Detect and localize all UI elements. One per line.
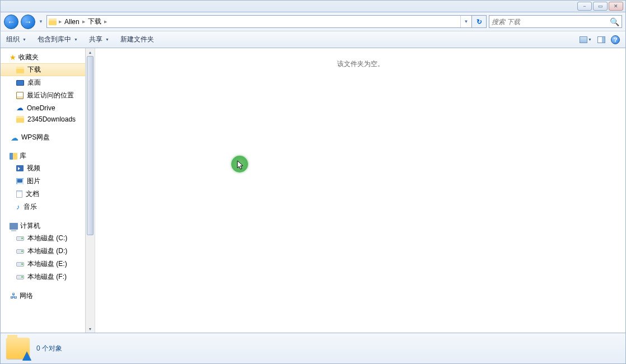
desktop-icon [16,80,24,86]
sidebar-item-recent[interactable]: 最近访问的位置 [1,89,85,102]
library-title: 库 [20,151,26,161]
tree-computer: 计算机 本地磁盘 (C:) 本地磁盘 (D:) 本地磁盘 (E:) 本地磁盘 (… [1,220,85,283]
search-box[interactable]: 🔍 [489,15,622,28]
sidebar-scrollbar[interactable]: ▲ ▼ [85,48,95,333]
chevron-down-icon: ▼ [105,38,109,41]
maximize-icon: ▭ [598,3,603,9]
breadcrumb-seg-2[interactable]: 下载 [86,16,104,27]
sidebar-item-drive-f[interactable]: 本地磁盘 (F:) [1,270,85,283]
toolbar-share-label: 共享 [89,35,102,44]
sidebar-item-pictures[interactable]: 图片 [1,175,85,188]
toolbar-organize[interactable]: 组织▼ [6,35,26,44]
favorites-title: 收藏夹 [18,53,39,62]
picture-icon [16,178,24,184]
forward-button[interactable]: → [21,15,35,29]
sidebar-item-music[interactable]: ♪音乐 [1,200,85,213]
sidebar-item-label: 桌面 [27,78,41,87]
preview-pane-button[interactable] [597,36,605,43]
star-icon: ★ [10,53,16,62]
sidebar-item-label: 本地磁盘 (D:) [27,246,67,256]
drive-icon [16,236,24,241]
sidebar-item-drive-d[interactable]: 本地磁盘 (D:) [1,245,85,258]
minimize-icon: − [583,3,586,9]
network-header[interactable]: 🖧网络 [1,290,85,302]
minimize-button[interactable]: − [577,2,592,11]
sidebar-item-documents[interactable]: 文档 [1,188,85,200]
tree-network: 🖧网络 [1,290,85,302]
scroll-down-icon[interactable]: ▼ [86,325,95,333]
breadcrumb-sep-2: ▶ [104,20,108,24]
status-text: 0 个对象 [36,344,62,353]
help-button[interactable]: ? [611,35,620,44]
toolbar-newfolder-label: 新建文件夹 [120,35,154,44]
sidebar-item-desktop[interactable]: 桌面 [1,76,85,89]
sidebar-item-video[interactable]: 视频 [1,162,85,175]
preview-icon [597,36,605,43]
sidebar-item-label: 下载 [27,65,41,74]
library-icon [10,153,17,160]
sidebar-item-label: 音乐 [24,202,37,212]
navigation-pane: ★收藏夹 下载 桌面 最近访问的位置 ☁OneDrive 2345Downloa… [1,48,85,333]
close-icon: ✕ [614,3,618,9]
folder-icon [16,67,24,73]
sidebar-item-label: 本地磁盘 (C:) [27,234,67,243]
maximize-button[interactable]: ▭ [593,2,608,11]
breadcrumb-seg-1[interactable]: Allen [62,16,82,27]
title-bar: − ▭ ✕ [0,0,626,12]
folder-icon [16,116,24,123]
content-pane[interactable]: 该文件夹为空。 [95,48,625,333]
tree-wps: ☁WPS网盘 [1,132,85,143]
document-icon [16,190,22,198]
tree-favorites: ★收藏夹 下载 桌面 最近访问的位置 ☁OneDrive 2345Downloa… [1,52,85,125]
library-header[interactable]: 库 [1,150,85,162]
sidebar-item-label: 2345Downloads [27,115,76,123]
sidebar-item-label: 本地磁盘 (F:) [27,272,67,282]
chevron-down-icon: ▼ [22,38,26,41]
close-button[interactable]: ✕ [609,2,623,11]
command-toolbar: 组织▼ 包含到库中▼ 共享▼ 新建文件夹 ▼ ? [0,31,626,48]
empty-folder-message: 该文件夹为空。 [95,59,625,69]
view-icon [580,36,587,43]
search-icon[interactable]: 🔍 [610,17,619,26]
refresh-button[interactable]: ↻ [471,16,486,27]
computer-header[interactable]: 计算机 [1,220,85,232]
status-bar: 0 个对象 [0,333,626,364]
address-dropdown[interactable]: ▼ [460,16,471,27]
drive-icon [16,262,24,267]
sidebar-item-onedrive[interactable]: ☁OneDrive [1,102,85,114]
music-icon: ♪ [16,203,20,211]
cloud-icon: ☁ [10,134,19,141]
favorites-header[interactable]: ★收藏夹 [1,52,85,63]
nav-bar: ← → ▼ ▶ Allen ▶ 下载 ▶ ▼ ↻ 🔍 [0,12,626,31]
scroll-thumb[interactable] [87,56,94,235]
sidebar-item-label: OneDrive [27,104,55,112]
history-dropdown[interactable]: ▼ [38,17,44,27]
sidebar-item-drive-e[interactable]: 本地磁盘 (E:) [1,258,85,270]
sidebar-item-drive-c[interactable]: 本地磁盘 (C:) [1,232,85,245]
chevron-down-icon: ▼ [74,38,78,41]
toolbar-newfolder[interactable]: 新建文件夹 [120,35,154,44]
scroll-up-icon[interactable]: ▲ [86,48,95,56]
computer-title: 计算机 [20,221,40,231]
breadcrumb-sep-root: ▶ [58,20,62,24]
view-button[interactable]: ▼ [580,36,592,43]
network-title: 网络 [20,291,33,301]
toolbar-share[interactable]: 共享▼ [89,35,109,44]
wps-header[interactable]: ☁WPS网盘 [1,132,85,143]
onedrive-icon: ☁ [16,104,24,112]
sidebar-item-label: 视频 [27,164,40,173]
address-bar[interactable]: ▶ Allen ▶ 下载 ▶ ▼ ↻ [46,15,487,28]
tree-library: 库 视频 图片 文档 ♪音乐 [1,150,85,213]
toolbar-organize-label: 组织 [6,35,20,44]
sidebar-item-downloads[interactable]: 下载 [1,63,85,76]
computer-icon [10,223,18,230]
toolbar-include-library[interactable]: 包含到库中▼ [38,35,78,44]
sidebar-item-2345[interactable]: 2345Downloads [1,114,85,125]
back-button[interactable]: ← [4,15,18,29]
sidebar-item-label: 文档 [26,189,39,199]
search-input[interactable] [492,18,604,26]
sidebar-item-label: 最近访问的位置 [27,91,74,100]
network-icon: 🖧 [10,292,17,300]
recent-icon [16,92,24,99]
breadcrumb-sep-1: ▶ [82,20,86,24]
